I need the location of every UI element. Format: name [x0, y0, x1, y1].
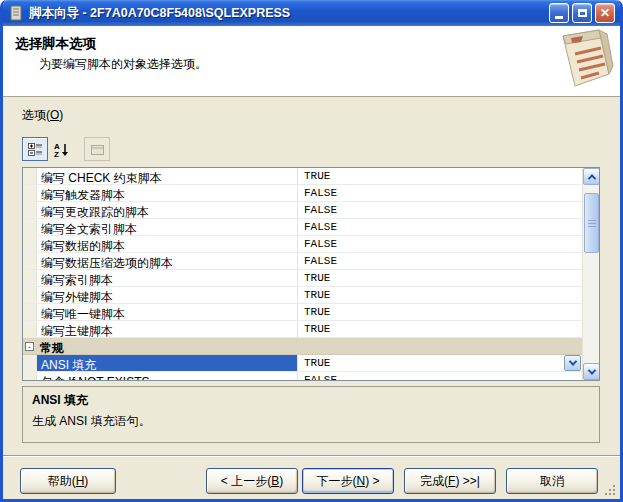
scroll-artwork-icon	[549, 28, 615, 92]
option-row[interactable]: 编写唯一键脚本 TRUE	[23, 304, 582, 321]
option-row-selected[interactable]: ANSI 填充 TRUE	[23, 355, 582, 372]
next-button[interactable]: 下一步(N) >	[302, 468, 394, 494]
property-grid-toolbar: A Z	[22, 137, 110, 161]
description-text: 生成 ANSI 填充语句。	[32, 413, 590, 430]
finish-button[interactable]: 完成(F) >>|	[404, 468, 496, 494]
option-name: 编写触发器脚本	[37, 185, 298, 201]
categorized-icon	[28, 142, 43, 157]
options-label: 选项(O)	[22, 107, 63, 124]
collapse-icon[interactable]: -	[25, 342, 34, 351]
option-value: TRUE	[298, 304, 582, 320]
minimize-icon	[555, 16, 563, 19]
scroll-up-button[interactable]	[583, 168, 600, 185]
option-name: ANSI 填充	[37, 355, 298, 371]
option-value: TRUE	[298, 270, 582, 286]
option-name: 包含 If NOT EXISTS	[37, 372, 298, 381]
wizard-header: 选择脚本选项 为要编写脚本的对象选择选项。	[3, 26, 620, 97]
chevron-up-icon	[587, 174, 595, 182]
chevron-down-icon	[568, 357, 576, 365]
wizard-document-icon	[8, 5, 24, 21]
options-property-grid: 编写 CHECK 约束脚本 TRUE 编写触发器脚本 FALSE 编写更改跟踪的…	[22, 167, 600, 381]
option-row[interactable]: 编写索引脚本 TRUE	[23, 270, 582, 287]
option-name: 编写唯一键脚本	[37, 304, 298, 320]
minimize-button[interactable]	[549, 3, 569, 23]
option-value: FALSE	[298, 202, 582, 218]
option-name: 编写更改跟踪的脚本	[37, 202, 298, 218]
maximize-button[interactable]	[572, 3, 592, 23]
page-title: 选择脚本选项	[15, 35, 96, 53]
property-pages-button	[84, 137, 110, 161]
categorized-view-button[interactable]	[22, 137, 48, 161]
option-value: TRUE	[298, 355, 582, 371]
option-value: TRUE	[298, 287, 582, 303]
category-row-general[interactable]: - 常规	[23, 338, 582, 355]
page-subtitle: 为要编写脚本的对象选择选项。	[39, 56, 207, 73]
option-description-panel: ANSI 填充 生成 ANSI 填充语句。	[22, 386, 600, 443]
titlebar[interactable]: 脚本向导 - 2F7A0A70C8F5408\SQLEXPRESS ✕	[3, 0, 620, 26]
option-name: 编写外键脚本	[37, 287, 298, 303]
close-button[interactable]: ✕	[595, 3, 615, 23]
option-value: TRUE	[298, 168, 582, 184]
option-row[interactable]: 编写外键脚本 TRUE	[23, 287, 582, 304]
property-pages-icon	[90, 142, 105, 157]
help-button[interactable]: 帮助(H)	[20, 468, 116, 494]
option-name: 编写全文索引脚本	[37, 219, 298, 235]
vertical-scrollbar[interactable]	[582, 168, 599, 380]
option-value: TRUE	[298, 321, 582, 337]
scroll-down-button[interactable]	[583, 363, 600, 380]
maximize-icon	[578, 9, 587, 17]
option-row[interactable]: 编写数据压缩选项的脚本 FALSE	[23, 253, 582, 270]
option-row[interactable]: 编写全文索引脚本 FALSE	[23, 219, 582, 236]
option-row[interactable]: 编写更改跟踪的脚本 FALSE	[23, 202, 582, 219]
cancel-button[interactable]: 取消	[506, 468, 598, 494]
svg-text:Z: Z	[54, 150, 59, 157]
option-name: 编写 CHECK 约束脚本	[37, 168, 298, 184]
script-wizard-dialog: 脚本向导 - 2F7A0A70C8F5408\SQLEXPRESS ✕ 选择脚本…	[0, 0, 623, 502]
option-value: FALSE	[298, 219, 582, 235]
option-row[interactable]: 编写主键脚本 TRUE	[23, 321, 582, 338]
option-name: 编写数据的脚本	[37, 236, 298, 252]
value-dropdown-button[interactable]	[564, 355, 581, 371]
option-row[interactable]: 编写 CHECK 约束脚本 TRUE	[23, 168, 582, 185]
window-title: 脚本向导 - 2F7A0A70C8F5408\SQLEXPRESS	[29, 5, 546, 22]
scrollbar-thumb[interactable]	[584, 193, 599, 253]
back-button[interactable]: < 上一步(B)	[206, 468, 298, 494]
grid-rows: 编写 CHECK 约束脚本 TRUE 编写触发器脚本 FALSE 编写更改跟踪的…	[23, 168, 582, 381]
option-name: 编写主键脚本	[37, 321, 298, 337]
option-name: 编写索引脚本	[37, 270, 298, 286]
option-name: 编写数据压缩选项的脚本	[37, 253, 298, 269]
description-title: ANSI 填充	[32, 392, 590, 409]
chevron-down-icon	[587, 366, 595, 374]
resize-grip[interactable]	[604, 484, 617, 497]
alphabetical-sort-button[interactable]: A Z	[48, 137, 74, 161]
close-icon: ✕	[600, 7, 610, 19]
option-value: FALSE	[298, 253, 582, 269]
option-row[interactable]: 编写触发器脚本 FALSE	[23, 185, 582, 202]
option-value: FALSE	[298, 185, 582, 201]
az-sort-icon: A Z	[54, 142, 69, 157]
option-row[interactable]: 编写数据的脚本 FALSE	[23, 236, 582, 253]
button-separator	[3, 455, 620, 457]
option-value: FALSE	[298, 372, 582, 381]
option-value: FALSE	[298, 236, 582, 252]
option-row-clipped[interactable]: 包含 If NOT EXISTS FALSE	[23, 372, 582, 381]
